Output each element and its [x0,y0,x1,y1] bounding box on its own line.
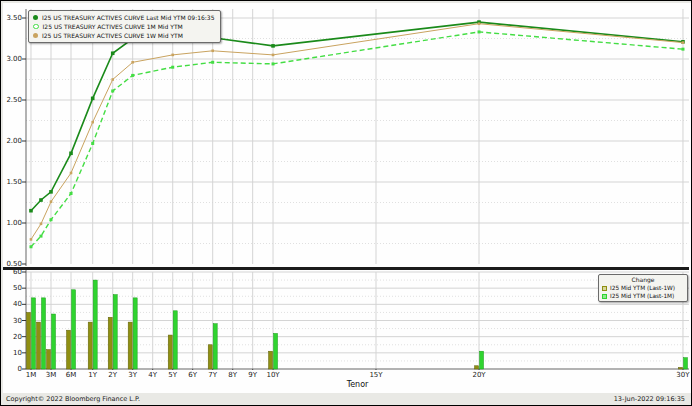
x-tick-label-10Y: 10Y [261,371,285,379]
bar-last-1m-2Y [113,295,117,369]
bar-last-1m-1Y [93,280,97,369]
curve-point [91,142,94,145]
curve-point [40,223,43,226]
curve-point [272,54,275,57]
legend-label: I25 US TREASURY ACTIVES CURVE 1W Mid YTM [42,32,183,39]
x-tick-label-15Y: 15Y [364,371,388,379]
curve-point [49,218,52,221]
curve-point [131,74,134,77]
legend-marker-icon [33,33,38,38]
curve-point [111,89,114,92]
bar-last-1m-10Y [274,333,278,369]
bar-last-1w-10Y [269,351,273,369]
legend-swatch-icon [602,286,607,291]
bar-last-1m-2M [41,298,45,369]
curve-point [171,66,174,69]
change-legend-title: Change [602,276,684,284]
curve-point [682,41,685,44]
curve-point [271,44,275,48]
legend-marker-icon [33,24,39,30]
bar-last-1m-3M [51,314,55,369]
bar-last-1w-3M [46,350,50,369]
legend-marker-icon [33,15,38,20]
legend-swatch-icon [602,294,607,299]
change-tick-label: 20 [1,334,22,341]
change-tick-label: 60 [1,269,22,276]
curve-point [111,78,114,81]
curve-point [50,200,53,203]
change-tick-label: 30 [1,318,22,325]
curve-point [69,152,73,156]
bar-last-1w-5Y [168,335,172,369]
x-tick-label-30Y: 30Y [671,371,692,379]
change-legend[interactable]: Change I25 Mid YTM (Last-1W)I25 Mid YTM … [598,274,688,302]
yield-tick-label: 0.50 [1,261,22,268]
bar-last-1w-6M [67,330,71,369]
curve-point [49,190,53,194]
bar-last-1m-5Y [173,311,177,369]
change-tick-label: 50 [1,285,22,292]
yield-tick-label: 1.00 [1,220,22,227]
change-bar-chart[interactable] [1,270,692,370]
curve-point [131,61,134,64]
bar-last-1m-3Y [133,298,137,369]
bar-last-1w-7Y [208,345,212,369]
curve-point [478,30,481,33]
x-axis-title: Tenor [26,380,689,389]
bar-last-1m-20Y [480,351,484,369]
yield-tick-label: 1.50 [1,179,22,186]
curve-series-2 [31,32,683,247]
yield-tick-label: 2.50 [1,97,22,104]
curve-legend-entry[interactable]: I25 US TREASURY ACTIVES CURVE Last Mid Y… [33,13,215,22]
bar-last-1w-2Y [108,317,112,369]
bar-last-1w-1M [26,312,30,369]
curve-point [681,48,684,51]
yield-tick-label: 2.00 [1,138,22,145]
curve-point [29,209,33,213]
curve-series-1 [31,24,683,240]
change-legend-entry[interactable]: I25 Mid YTM (Last-1W) [602,284,684,292]
change-legend-entry[interactable]: I25 Mid YTM (Last-1M) [602,292,684,300]
bloomberg-chart-window: 3.503.002.502.001.501.000.50 60504030201… [0,0,692,406]
curve-point [478,22,481,25]
curve-point [29,245,32,248]
curve-point [39,198,43,202]
x-tick-label-6M: 6M [59,371,83,379]
x-tick-label-20Y: 20Y [467,371,491,379]
curve-point [272,62,275,65]
curve-legend-entry[interactable]: I25 US TREASURY ACTIVES CURVE 1M Mid YTM [33,22,215,31]
curve-point [211,50,214,53]
curve-point [111,51,115,55]
legend-label: I25 Mid YTM (Last-1M) [610,293,674,299]
bar-last-1w-1Y [88,322,92,369]
change-tick-label: 40 [1,301,22,308]
bar-last-1w-2M [36,322,40,369]
bar-last-1m-1M [31,298,35,369]
curve-point [70,172,73,175]
timestamp-text: 13-Jun-2022 09:16:35 [614,395,685,403]
bar-last-1m-6M [72,290,76,369]
yield-tick-label: 3.50 [1,15,22,22]
bar-last-1m-7Y [213,324,217,369]
curve-point [91,121,94,124]
legend-label: I25 US TREASURY ACTIVES CURVE Last Mid Y… [42,14,215,21]
curve-point [171,54,174,57]
legend-label: I25 US TREASURY ACTIVES CURVE 1M Mid YTM [43,23,183,30]
copyright-text: Copyright© 2022 Bloomberg Finance L.P. [6,395,140,403]
curve-legend-entry[interactable]: I25 US TREASURY ACTIVES CURVE 1W Mid YTM [33,31,215,40]
bar-last-1m-30Y [683,358,687,369]
curve-point [91,97,95,101]
change-tick-label: 10 [1,350,22,357]
curve-point [30,238,33,241]
curve-legend[interactable]: I25 US TREASURY ACTIVES CURVE Last Mid Y… [28,10,221,43]
curve-point [70,192,73,195]
yield-tick-label: 3.00 [1,56,22,63]
legend-label: I25 Mid YTM (Last-1W) [610,285,675,291]
bar-last-1w-30Y [678,367,682,369]
curve-point [39,235,42,238]
curve-point [211,61,214,64]
bar-last-1w-3Y [128,322,132,369]
bar-last-1w-20Y [475,366,479,369]
